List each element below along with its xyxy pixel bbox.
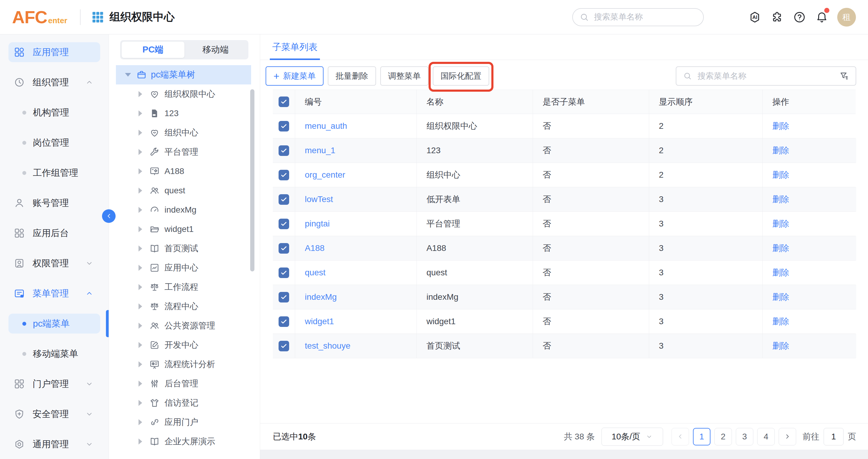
page-button-2[interactable]: 2 bbox=[714, 428, 732, 446]
delete-link[interactable]: 删除 bbox=[772, 291, 789, 303]
tree-node-流程统计分析[interactable]: 流程统计分析 bbox=[109, 355, 260, 374]
tree-node-组织中心[interactable]: 组织中心 bbox=[109, 123, 260, 142]
sidebar-item-菜单管理[interactable]: 菜单管理 bbox=[8, 284, 100, 303]
tree-node-工作流程[interactable]: 工作流程 bbox=[109, 277, 260, 297]
row-code-link[interactable]: widget1 bbox=[295, 309, 417, 334]
sidebar-item-组织管理[interactable]: 组织管理 bbox=[8, 72, 100, 92]
sidebar-item-权限管理[interactable]: 权限管理 bbox=[8, 253, 100, 273]
delete-link[interactable]: 删除 bbox=[772, 267, 789, 278]
table-search-input[interactable] bbox=[697, 71, 836, 81]
caret-right-icon[interactable] bbox=[138, 342, 142, 348]
caret-right-icon[interactable] bbox=[138, 168, 142, 174]
tree-node-企业大屏演示[interactable]: 企业大屏演示 bbox=[109, 432, 260, 451]
page-button-4[interactable]: 4 bbox=[757, 428, 775, 446]
notification-bell-icon[interactable] bbox=[815, 11, 828, 24]
create-menu-button[interactable]: + 新建菜单 bbox=[266, 66, 323, 86]
row-checkbox[interactable] bbox=[279, 316, 289, 327]
help-icon[interactable] bbox=[793, 11, 806, 24]
tree-node-应用门户[interactable]: 应用门户 bbox=[109, 413, 260, 432]
row-code-link[interactable]: pingtai bbox=[295, 212, 417, 236]
sidebar-item-应用后台[interactable]: 应用后台 bbox=[8, 223, 100, 243]
delete-link[interactable]: 删除 bbox=[772, 218, 789, 230]
batch-delete-button[interactable]: 批量删除 bbox=[328, 66, 376, 86]
tree-node-A188[interactable]: A188 bbox=[109, 162, 260, 181]
caret-right-icon[interactable] bbox=[138, 381, 142, 387]
sidebar-item-通用管理[interactable]: 通用管理 bbox=[8, 434, 100, 454]
tree-node-quest[interactable]: quest bbox=[109, 181, 260, 200]
row-code-link[interactable]: test_shouye bbox=[295, 334, 417, 358]
row-code-link[interactable]: A188 bbox=[295, 236, 417, 261]
sidebar-item-移动端菜单[interactable]: 移动端菜单 bbox=[8, 344, 100, 364]
avatar[interactable]: 租 bbox=[837, 8, 856, 27]
row-code-link[interactable]: menu_auth bbox=[295, 114, 417, 138]
caret-right-icon[interactable] bbox=[138, 400, 142, 406]
global-search[interactable] bbox=[572, 8, 704, 26]
row-checkbox[interactable] bbox=[279, 194, 289, 205]
caret-right-icon[interactable] bbox=[138, 149, 142, 155]
row-checkbox[interactable] bbox=[279, 170, 289, 181]
caret-right-icon[interactable] bbox=[138, 245, 142, 252]
page-button-3[interactable]: 3 bbox=[736, 428, 753, 446]
prev-page-button[interactable] bbox=[672, 428, 689, 446]
row-code-link[interactable]: lowTest bbox=[295, 187, 417, 212]
caret-right-icon[interactable] bbox=[138, 130, 142, 136]
tree-node-应用中心[interactable]: 应用中心 bbox=[109, 258, 260, 277]
sidebar-item-账号管理[interactable]: 账号管理 bbox=[8, 193, 100, 213]
tree-node-123[interactable]: 123 bbox=[109, 104, 260, 123]
filter-icon[interactable] bbox=[839, 71, 849, 81]
tree-node-widget1[interactable]: widget1 bbox=[109, 220, 260, 239]
table-search[interactable] bbox=[676, 66, 856, 86]
global-search-input[interactable] bbox=[593, 12, 691, 22]
tree-root-node[interactable]: pc端菜单树 bbox=[116, 65, 251, 85]
tree-node-信访登记[interactable]: 信访登记 bbox=[109, 393, 260, 413]
caret-right-icon[interactable] bbox=[138, 419, 142, 425]
sidebar-item-机构管理[interactable]: 机构管理 bbox=[8, 102, 100, 123]
row-code-link[interactable]: menu_1 bbox=[295, 138, 417, 163]
caret-right-icon[interactable] bbox=[138, 207, 142, 213]
row-code-link[interactable]: quest bbox=[295, 261, 417, 285]
row-checkbox[interactable] bbox=[279, 121, 289, 131]
sidebar-item-门户管理[interactable]: 门户管理 bbox=[8, 374, 100, 394]
row-checkbox[interactable] bbox=[279, 219, 289, 229]
row-checkbox[interactable] bbox=[279, 243, 289, 254]
ai-assistant-icon[interactable]: AI bbox=[748, 11, 761, 24]
delete-link[interactable]: 删除 bbox=[772, 242, 789, 254]
row-checkbox[interactable] bbox=[279, 267, 289, 278]
row-checkbox[interactable] bbox=[279, 292, 289, 302]
tree-node-平台管理[interactable]: 平台管理 bbox=[109, 142, 260, 162]
caret-right-icon[interactable] bbox=[138, 110, 142, 117]
delete-link[interactable]: 删除 bbox=[772, 145, 789, 156]
delete-link[interactable]: 删除 bbox=[772, 340, 789, 352]
caret-right-icon[interactable] bbox=[138, 188, 142, 194]
next-page-button[interactable] bbox=[779, 428, 796, 446]
caret-right-icon[interactable] bbox=[138, 284, 142, 290]
delete-link[interactable]: 删除 bbox=[772, 316, 789, 327]
plugin-icon[interactable] bbox=[771, 11, 783, 24]
scrollbar[interactable] bbox=[250, 89, 254, 271]
sidebar-item-工作组管理[interactable]: 工作组管理 bbox=[8, 163, 100, 183]
row-checkbox[interactable] bbox=[279, 145, 289, 156]
select-all-checkbox[interactable] bbox=[279, 97, 289, 107]
tab-pc[interactable]: PC端 bbox=[122, 42, 184, 58]
i18n-config-button[interactable]: 国际化配置 bbox=[433, 66, 489, 86]
sidebar-item-安全管理[interactable]: 安全管理 bbox=[8, 404, 100, 424]
tree-node-公共资源管理[interactable]: 公共资源管理 bbox=[109, 316, 260, 335]
delete-link[interactable]: 删除 bbox=[772, 169, 789, 181]
tab-submenu-list[interactable]: 子菜单列表 bbox=[272, 34, 317, 60]
tree-node-首页测试[interactable]: 首页测试 bbox=[109, 239, 260, 258]
page-button-1[interactable]: 1 bbox=[693, 428, 710, 446]
caret-right-icon[interactable] bbox=[138, 226, 142, 232]
goto-page-input[interactable] bbox=[824, 428, 843, 446]
tree-node-流程中心[interactable]: 流程中心 bbox=[109, 297, 260, 316]
tree-node-开发中心[interactable]: 开发中心 bbox=[109, 335, 260, 355]
afc-logo[interactable]: AFC enter bbox=[12, 7, 67, 27]
caret-right-icon[interactable] bbox=[138, 361, 142, 367]
tree-node-indexMg[interactable]: indexMg bbox=[109, 200, 260, 220]
tree-node-后台管理[interactable]: 后台管理 bbox=[109, 374, 260, 393]
tab-mobile[interactable]: 移动端 bbox=[184, 42, 247, 58]
page-size-select[interactable]: 10条/页 bbox=[601, 428, 663, 446]
caret-right-icon[interactable] bbox=[138, 91, 142, 97]
adjust-menu-button[interactable]: 调整菜单 bbox=[380, 66, 429, 86]
caret-right-icon[interactable] bbox=[138, 438, 142, 445]
sidebar-item-pc端菜单[interactable]: pc端菜单 bbox=[8, 314, 100, 333]
